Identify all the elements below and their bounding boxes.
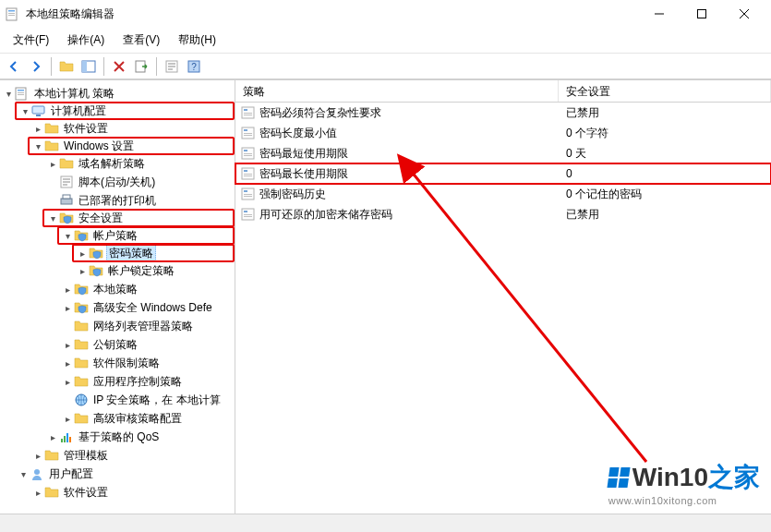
back-button[interactable] [4,56,24,77]
printer-icon [59,193,74,208]
folder-shield-icon [89,263,103,278]
maximize-button[interactable] [681,0,723,28]
list-header: 策略 安全设置 [235,80,771,103]
tree-label: 本地计算机 策略 [32,85,116,103]
tree-advanced-audit[interactable]: ▸ 高级审核策略配置 [0,409,235,428]
tree-name-resolution[interactable]: ▸ 域名解析策略 [0,154,235,173]
expand-icon[interactable]: ▸ [61,338,74,351]
policy-icon [241,126,256,140]
tree-label: 软件限制策略 [91,355,162,372]
computer-icon [31,103,46,118]
folder-icon [44,448,59,463]
tree-local-policy[interactable]: ▸ 本地策略 [0,280,235,298]
expand-icon[interactable]: ▾ [17,467,30,480]
expand-icon[interactable]: ▸ [61,283,74,296]
up-button[interactable] [56,56,77,77]
tree-account-policy[interactable]: ▾ 帐户策略 [57,226,235,245]
tree-label: 安全设置 [77,210,125,227]
list-row[interactable]: 强制密码历史 0 个记住的密码 [235,184,771,204]
list-row[interactable]: 密码最短使用期限 0 天 [235,143,771,163]
expand-icon[interactable]: ▸ [61,412,74,425]
policy-value: 0 个字符 [559,126,771,141]
menu-help[interactable]: 帮助(H) [169,30,225,51]
expand-icon[interactable]: ▾ [2,87,15,100]
menu-view[interactable]: 查看(V) [114,30,169,51]
forward-button[interactable] [26,56,46,77]
tree-computer-config[interactable]: ▾ 计算机配置 [15,102,235,120]
expand-icon[interactable]: ▸ [31,486,44,499]
menu-file[interactable]: 文件(F) [4,30,58,51]
expand-icon[interactable]: ▸ [76,247,89,260]
close-button[interactable] [723,0,765,28]
expand-icon[interactable]: ▾ [18,104,31,117]
help-button[interactable]: ? [184,56,204,77]
tree-admin-templates[interactable]: ▸ 管理模板 [0,446,235,465]
tree-windows-settings[interactable]: ▾ Windows 设置 [28,137,235,155]
folder-shield-icon [74,300,89,315]
tree-scripts[interactable]: ▸ 脚本(启动/关机) [0,173,235,191]
expand-icon[interactable]: ▸ [46,430,59,443]
tree-app-control[interactable]: ▸ 应用程序控制策略 [0,372,235,391]
folder-icon [74,356,89,370]
expand-icon[interactable]: ▾ [61,229,74,242]
tree-label: 帐户锁定策略 [106,262,176,280]
tree-security-settings[interactable]: ▾ 安全设置 [42,209,235,227]
tree-software-restriction[interactable]: ▸ 软件限制策略 [0,354,235,372]
client-area: ▾ 本地计算机 策略 ▾ 计算机配置 ▸ 软件设置 ▾ Windows 设置 ▸… [0,79,771,514]
tree-defender[interactable]: ▸ 高级安全 Windows Defe [0,298,235,317]
svg-rect-19 [698,10,706,18]
tree-root[interactable]: ▾ 本地计算机 策略 [0,84,235,103]
tree-label: 高级审核策略配置 [91,410,184,428]
expand-icon[interactable]: ▸ [61,301,74,314]
delete-button[interactable] [109,56,129,77]
list-row-highlighted[interactable]: 密码最长使用期限 0 [235,163,771,184]
toolbar: ? [0,54,771,79]
status-bar [0,514,771,532]
expand-icon[interactable]: ▸ [61,375,74,388]
tree-policy-qos[interactable]: ▸ 基于策略的 QoS [0,428,235,446]
show-hide-console-tree-button[interactable] [78,56,99,77]
tree-deployed-printers[interactable]: ▸ 已部署的打印机 [0,191,235,210]
tree-label: 基于策略的 QoS [77,429,161,446]
column-policy[interactable]: 策略 [235,80,559,102]
folder-icon [44,139,59,153]
window-title: 本地组策略编辑器 [26,6,638,22]
expand-icon[interactable]: ▸ [31,122,44,135]
list-row[interactable]: 用可还原的加密来储存密码 已禁用 [235,204,771,224]
list-row[interactable]: 密码长度最小值 0 个字符 [235,123,771,143]
export-button[interactable] [131,56,151,77]
tree-label: Windows 设置 [62,138,136,155]
policy-icon [241,146,256,161]
tree-user-config[interactable]: ▾ 用户配置 [0,465,235,483]
tree-label: 高级安全 Windows Defe [91,299,214,317]
title-bar: 本地组策略编辑器 [0,0,771,28]
tree-user-software[interactable]: ▸ 软件设置 [0,483,235,502]
globe-icon [74,393,89,407]
policy-icon [241,105,256,120]
tree-label: 脚本(启动/关机) [77,174,157,191]
tree-password-policy[interactable]: ▸ 密码策略 [72,244,235,262]
folder-icon [44,485,59,500]
tree-network-list[interactable]: ▸ 网络列表管理器策略 [0,317,235,335]
tree-pane[interactable]: ▾ 本地计算机 策略 ▾ 计算机配置 ▸ 软件设置 ▾ Windows 设置 ▸… [0,80,235,514]
column-setting[interactable]: 安全设置 [559,80,771,102]
expand-icon[interactable]: ▾ [46,212,59,224]
list-row[interactable]: 密码必须符合复杂性要求 已禁用 [235,103,771,123]
expand-icon[interactable]: ▸ [46,157,59,170]
app-icon [6,6,20,21]
menu-action[interactable]: 操作(A) [58,30,114,51]
tree-lockout-policy[interactable]: ▸ 帐户锁定策略 [0,261,235,280]
policy-icon [241,207,256,222]
properties-button[interactable] [162,56,182,77]
tree-public-key[interactable]: ▸ 公钥策略 [0,335,235,354]
policy-value: 0 个记住的密码 [559,187,771,202]
tree-label: 帐户策略 [91,227,139,245]
expand-icon[interactable]: ▾ [31,139,44,152]
minimize-button[interactable] [638,0,681,28]
tree-software-settings[interactable]: ▸ 软件设置 [0,119,235,138]
expand-icon[interactable]: ▸ [61,357,74,369]
expand-icon[interactable]: ▸ [76,264,89,277]
tree-ip-security[interactable]: ▸ IP 安全策略，在 本地计算 [0,391,235,409]
expand-icon[interactable]: ▸ [31,449,44,462]
policy-name: 用可还原的加密来储存密码 [259,207,392,223]
